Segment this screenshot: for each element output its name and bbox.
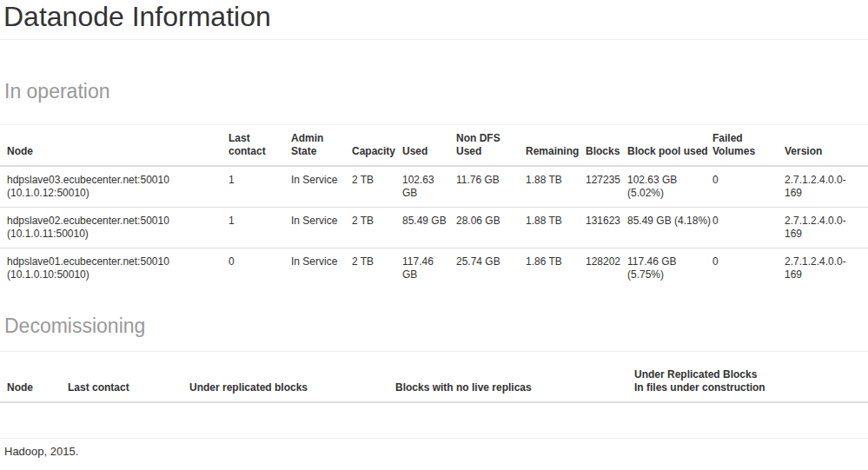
decommissioning-header-row: Node Last contact Under replicated block… [0, 361, 868, 402]
cell-remaining: 1.86 TB [519, 248, 579, 289]
cell-version: 2.7.1.2.4.0.0- 169 [778, 166, 868, 208]
column-header-under-replicated-blocks: Under replicated blocks [182, 361, 388, 402]
column-header-used: Used [395, 125, 449, 166]
cell-non-dfs-used: 11.76 GB [449, 166, 519, 208]
column-header-last-contact: Last contact [61, 361, 182, 402]
cell-non-dfs-used: 28.06 GB [449, 208, 519, 248]
decommissioning-table: Node Last contact Under replicated block… [0, 361, 868, 403]
cell-node: hdpslave01.ecubecenter.net:50010 (10.1.0… [0, 248, 222, 289]
datanodes-table: Node Last contact Admin State Capacity U… [0, 125, 868, 288]
cell-block-pool-used: 85.49 GB (4.18%) [620, 208, 706, 248]
datanode-row: hdpslave01.ecubecenter.net:50010 (10.1.0… [0, 248, 868, 289]
footer-divider [0, 438, 868, 439]
cell-blocks: 128202 [579, 248, 620, 289]
cell-version: 2.7.1.2.4.0.0- 169 [778, 248, 868, 289]
column-header-remaining: Remaining [519, 125, 579, 166]
cell-blocks: 131623 [579, 208, 620, 248]
column-header-admin-state: Admin State [284, 125, 345, 166]
section-heading-decommissioning: Decomissioning [0, 288, 868, 352]
cell-node: hdpslave03.ecubecenter.net:50010 (10.1.0… [0, 166, 222, 208]
cell-node: hdpslave02.ecubecenter.net:50010 (10.1.0… [0, 208, 222, 248]
cell-admin-state: In Service [284, 248, 345, 289]
cell-used: 117.46 GB [395, 248, 449, 289]
column-header-blocks-no-live-replicas: Blocks with no live replicas [388, 361, 627, 402]
cell-last-contact: 1 [222, 208, 284, 248]
cell-failed-volumes: 0 [706, 208, 778, 248]
column-header-version: Version [778, 125, 868, 166]
cell-remaining: 1.88 TB [519, 208, 579, 248]
column-header-failed-volumes: Failed Volumes [706, 125, 778, 166]
datanodes-header-row: Node Last contact Admin State Capacity U… [0, 125, 868, 166]
column-header-non-dfs-used: Non DFS Used [449, 125, 519, 166]
column-header-block-pool-used: Block pool used [620, 125, 706, 166]
datanode-information-page: Datanode Information In operation Node L… [0, 0, 868, 470]
column-header-node: Node [0, 361, 61, 402]
cell-admin-state: In Service [284, 208, 345, 248]
datanode-row: hdpslave02.ecubecenter.net:50010 (10.1.0… [0, 208, 868, 248]
cell-last-contact: 0 [222, 248, 284, 289]
cell-blocks: 127235 [579, 166, 620, 208]
cell-non-dfs-used: 25.74 GB [449, 248, 519, 289]
cell-capacity: 2 TB [345, 208, 395, 248]
column-header-last-contact: Last contact [222, 125, 284, 166]
cell-capacity: 2 TB [345, 166, 395, 208]
cell-failed-volumes: 0 [706, 248, 778, 289]
cell-capacity: 2 TB [345, 248, 395, 289]
cell-failed-volumes: 0 [706, 166, 778, 208]
cell-used: 102.63 GB [395, 166, 449, 208]
cell-remaining: 1.88 TB [519, 166, 579, 208]
column-header-capacity: Capacity [345, 125, 395, 166]
cell-block-pool-used: 117.46 GB (5.75%) [620, 248, 706, 289]
page-title: Datanode Information [0, 0, 868, 40]
datanode-row: hdpslave03.ecubecenter.net:50010 (10.1.0… [0, 166, 868, 208]
column-header-blocks: Blocks [579, 125, 620, 166]
column-header-under-replicated-in-construction: Under Replicated Blocks In files under c… [627, 361, 868, 402]
cell-admin-state: In Service [284, 166, 345, 208]
cell-block-pool-used: 102.63 GB (5.02%) [620, 166, 706, 208]
column-header-node: Node [0, 125, 222, 166]
section-heading-in-operation: In operation [0, 40, 868, 125]
cell-version: 2.7.1.2.4.0.0- 169 [778, 208, 868, 248]
cell-used: 85.49 GB [395, 208, 449, 248]
footer-text: Hadoop, 2015. [4, 445, 868, 459]
cell-last-contact: 1 [222, 166, 284, 208]
